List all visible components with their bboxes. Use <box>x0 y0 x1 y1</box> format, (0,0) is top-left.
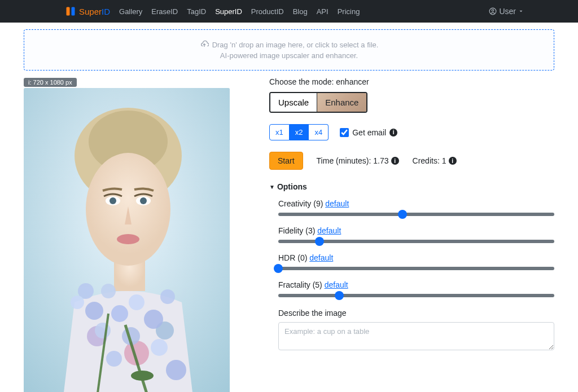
brand-area: SuperID <box>65 6 119 16</box>
slider-label: Fidelity (3) default <box>278 226 554 235</box>
info-icon[interactable]: i <box>449 157 457 165</box>
options-header[interactable]: ▼ Options <box>269 182 554 191</box>
cloud-upload-icon <box>200 40 209 49</box>
slider-thumb[interactable] <box>315 237 324 246</box>
nav-link-blog[interactable]: Blog <box>293 7 308 16</box>
user-menu[interactable]: User <box>489 7 524 16</box>
slider-track[interactable] <box>278 240 554 243</box>
mode-upscale-button[interactable]: Upscale <box>270 93 317 112</box>
credits-info: Credits: 1 i <box>413 156 457 165</box>
nav-link-tagid[interactable]: TagID <box>187 7 206 16</box>
svg-point-25 <box>95 323 111 338</box>
brand-logo-icon <box>65 6 76 16</box>
image-dimensions-badge: i: 720 x 1080 px <box>24 78 77 87</box>
describe-input[interactable] <box>278 322 554 350</box>
default-link[interactable]: default <box>309 253 333 262</box>
info-icon[interactable]: i <box>391 157 399 165</box>
svg-point-11 <box>110 197 116 204</box>
navbar: SuperID GalleryEraseIDTagIDSuperIDProduc… <box>0 0 578 23</box>
user-icon <box>489 7 497 15</box>
scale-x2-button[interactable]: x2 <box>290 124 309 140</box>
svg-point-21 <box>111 305 128 322</box>
slider-label: HDR (0) default <box>278 253 554 262</box>
svg-point-30 <box>131 371 154 381</box>
start-button[interactable]: Start <box>269 152 303 170</box>
slider-track[interactable] <box>278 213 554 216</box>
nav-link-api[interactable]: API <box>317 7 329 16</box>
nav-link-superid[interactable]: SuperID <box>215 7 242 16</box>
describe-label: Describe the image <box>269 309 554 318</box>
options-body: Creativity (9) defaultFidelity (3) defau… <box>269 199 554 297</box>
svg-point-22 <box>129 294 144 310</box>
scale-x4-button[interactable]: x4 <box>309 124 329 140</box>
svg-rect-1 <box>72 7 75 16</box>
slider-creativity: Creativity (9) default <box>269 199 554 216</box>
info-icon[interactable]: i <box>389 129 397 136</box>
slider-fidelity: Fidelity (3) default <box>269 226 554 243</box>
dropzone-text: Drag 'n' drop an image here, or click to… <box>212 41 379 49</box>
slider-thumb[interactable] <box>335 291 344 300</box>
slider-thumb[interactable] <box>274 264 283 273</box>
email-label: Get email <box>352 128 386 137</box>
default-link[interactable]: default <box>325 199 349 208</box>
svg-rect-0 <box>67 7 70 16</box>
svg-point-23 <box>144 310 163 329</box>
svg-point-3 <box>492 10 494 12</box>
svg-point-13 <box>117 234 139 244</box>
dropzone[interactable]: Drag 'n' drop an image here, or click to… <box>24 29 554 71</box>
svg-point-29 <box>106 351 122 367</box>
scale-x1-button[interactable]: x1 <box>269 124 290 140</box>
slider-track[interactable] <box>278 294 554 297</box>
mode-enhance-button[interactable]: Enhance <box>317 93 366 112</box>
slider-label: Creativity (9) default <box>278 199 554 208</box>
svg-point-18 <box>71 296 84 309</box>
svg-point-20 <box>101 284 116 298</box>
svg-point-28 <box>166 360 186 380</box>
nav-links: GalleryEraseIDTagIDSuperIDProductIDBlogA… <box>119 7 360 16</box>
svg-point-24 <box>160 289 175 304</box>
nav-link-pricing[interactable]: Pricing <box>338 7 360 16</box>
slider-hdr: HDR (0) default <box>269 253 554 270</box>
user-label: User <box>499 7 516 16</box>
default-link[interactable]: default <box>325 280 348 289</box>
default-link[interactable]: default <box>317 226 341 235</box>
caret-down-icon: ▼ <box>269 184 275 190</box>
email-checkbox[interactable] <box>340 128 349 137</box>
nav-link-productid[interactable]: ProductID <box>251 7 284 16</box>
svg-point-12 <box>140 197 147 204</box>
slider-thumb[interactable] <box>398 210 407 219</box>
brand-name[interactable]: SuperID <box>79 7 110 16</box>
slider-fractality: Fractality (5) default <box>269 280 554 297</box>
nav-link-gallery[interactable]: Gallery <box>119 7 142 16</box>
scale-group: x1x2x4 <box>269 124 329 140</box>
dropzone-subtext: AI-powered image upscaler and enhancer. <box>34 51 544 60</box>
image-preview <box>24 88 230 392</box>
nav-link-eraseid[interactable]: EraseID <box>151 7 178 16</box>
mode-toggle: UpscaleEnhance <box>269 92 367 113</box>
svg-point-19 <box>85 302 103 320</box>
slider-label: Fractality (5) default <box>278 280 554 289</box>
slider-track[interactable] <box>278 267 554 270</box>
email-checkbox-row[interactable]: Get email i <box>340 128 397 137</box>
mode-label: Choose the mode: enhancer <box>269 77 554 86</box>
chevron-down-icon <box>518 8 524 14</box>
time-info: Time (minutes): 1.73 i <box>317 156 399 165</box>
svg-point-27 <box>151 339 168 356</box>
